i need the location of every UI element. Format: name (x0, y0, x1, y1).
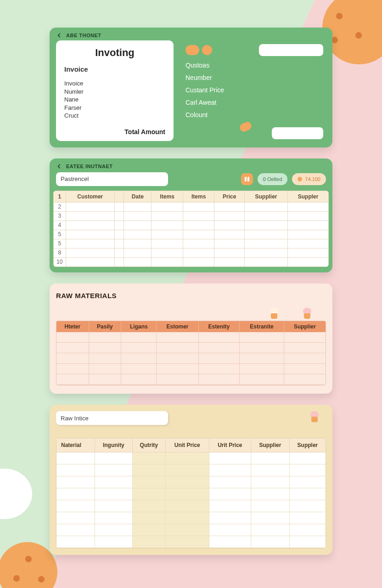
column-header: Suppler (288, 191, 328, 203)
total-amount-label: Total Amount (64, 128, 165, 136)
table-row[interactable] (56, 464, 326, 476)
column-header: Price (214, 191, 244, 203)
column-header: Estenity (198, 321, 239, 332)
back-label: EATEE INUTNAET (66, 164, 113, 169)
column-header: Items (183, 191, 214, 203)
table-row[interactable] (56, 343, 326, 353)
svg-rect-1 (247, 177, 249, 181)
search-input[interactable]: Pastrencel (56, 172, 168, 186)
table-row[interactable]: 2 (54, 202, 328, 211)
table-row[interactable] (56, 476, 326, 488)
column-header: Supplier (284, 321, 326, 332)
invoice-right-panel: Qustoas Neumber Custant Price Carl Aweat… (183, 40, 326, 141)
column-header: Date (124, 191, 152, 203)
table-row[interactable] (56, 536, 326, 548)
circle-icon (202, 45, 212, 55)
grid-icon[interactable] (241, 173, 253, 185)
table-row[interactable] (56, 353, 326, 364)
invoice-field-list: Invoice Numler Nane Farser Cruct (64, 79, 165, 120)
column-header: Unit Price (165, 438, 209, 452)
column-header: Hteter (56, 321, 89, 332)
back-label: ABE THONET (66, 33, 101, 38)
table-row[interactable] (56, 332, 326, 343)
table-row[interactable] (56, 512, 326, 524)
table-row[interactable]: 8 (54, 248, 328, 257)
footer-input[interactable] (272, 127, 323, 139)
table-row[interactable]: 3 (54, 211, 328, 220)
table-row[interactable] (56, 524, 326, 536)
table-row[interactable] (56, 364, 326, 374)
table-row[interactable]: 5 (54, 230, 328, 239)
column-header: Urit Price (209, 438, 251, 452)
back-button[interactable]: EATEE INUTNAET (50, 158, 332, 172)
cupcake-icon (309, 411, 320, 422)
raw-invoice-card: Raw Intice NaterialIngunityQutrityUnit P… (50, 405, 332, 555)
orders-table: 1CustomerDateItemsItemsPriceSupplierSupp… (53, 191, 329, 267)
invoice-panel: Invoting Invoice Invoice Numler Nane Far… (56, 40, 174, 141)
status-badge[interactable]: 0 Oelted (258, 173, 288, 185)
section-title: RAW MATERIALS (56, 292, 326, 300)
column-header: Ligans (121, 321, 157, 332)
arrow-left-icon (56, 163, 62, 170)
column-header: Items (152, 191, 183, 203)
column-header: Naterial (56, 438, 95, 452)
materials-table: HteterPasilyLigansEstomerEstenityEstrani… (56, 321, 326, 386)
invoice-card: ABE THONET Invoting Invoice Invoice Numl… (50, 28, 332, 147)
column-header: Estranite (240, 321, 284, 332)
table-row[interactable] (56, 500, 326, 512)
search-input[interactable]: Raw Intice (56, 411, 168, 425)
orders-card: EATEE INUTNAET Pastrencel 0 Oelted 74.10… (50, 158, 332, 272)
table-row[interactable]: 4 (54, 220, 328, 230)
table-row[interactable]: 5 (54, 239, 328, 248)
column-header (115, 191, 124, 203)
column-header: Pasily (89, 321, 121, 332)
column-header: 1 (54, 191, 66, 203)
invoice-title: Invoting (64, 47, 165, 59)
arrow-left-icon (56, 32, 62, 39)
amount-badge[interactable]: 74.100 (292, 173, 326, 185)
invoice-heading: Invoice (64, 65, 165, 73)
raw-invoice-table: NaterialIngunityQutrityUnit PriceUrit Pr… (56, 438, 326, 548)
column-header: Ingunity (95, 438, 132, 452)
column-header: Suppler (289, 438, 326, 452)
table-row[interactable] (56, 374, 326, 385)
column-header: Supplier (251, 438, 289, 452)
column-header: Qutrity (132, 438, 165, 452)
cookie-icon (185, 45, 199, 55)
column-header: Estomer (157, 321, 198, 332)
raw-materials-card: RAW MATERIALS HteterPasilyLigansEstomerE… (50, 283, 332, 394)
cupcake-icon (269, 308, 279, 319)
cookie-icon (238, 120, 253, 133)
back-button[interactable]: ABE THONET (50, 28, 332, 39)
column-header: Supplier (244, 191, 287, 203)
table-row[interactable] (56, 452, 326, 464)
svg-rect-0 (245, 177, 247, 181)
column-header: Customer (66, 191, 115, 203)
table-row[interactable]: 10 (54, 257, 328, 266)
table-row[interactable] (56, 488, 326, 500)
header-input[interactable] (259, 44, 323, 56)
cupcake-icon (302, 308, 312, 319)
